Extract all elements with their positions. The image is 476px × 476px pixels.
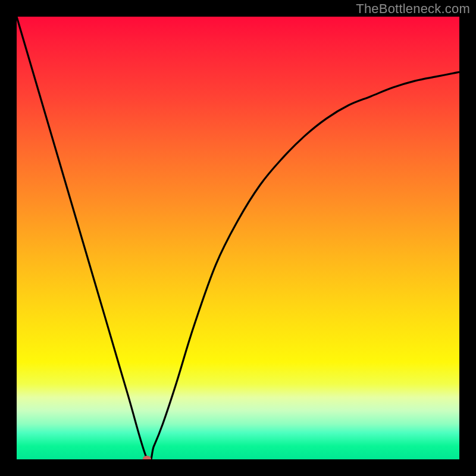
watermark-text: TheBottleneck.com <box>356 1 470 17</box>
chart-frame: TheBottleneck.com <box>0 0 476 476</box>
bottleneck-curve <box>17 17 459 459</box>
minimum-marker <box>143 456 151 459</box>
plot-area <box>17 17 459 459</box>
curve-svg <box>17 17 459 459</box>
